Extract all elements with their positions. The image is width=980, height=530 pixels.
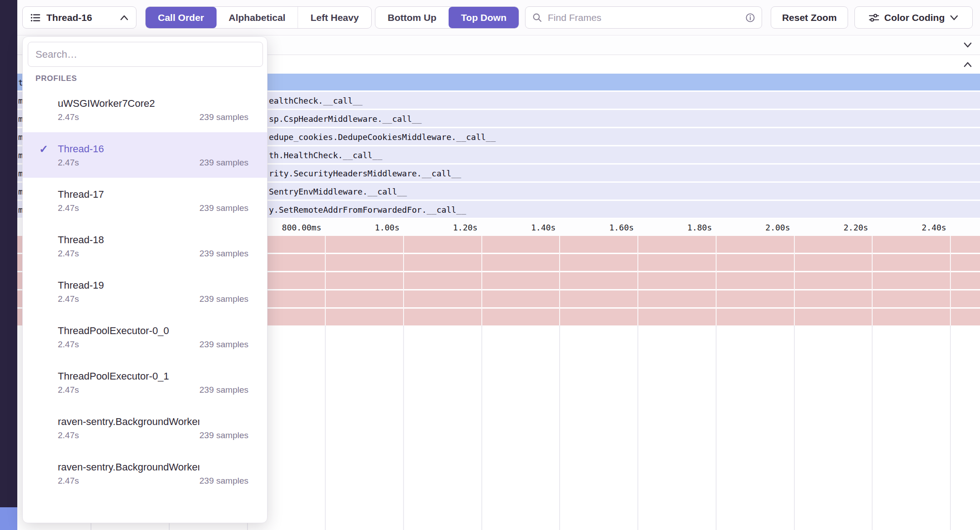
info-icon[interactable] [745,13,755,23]
reset-zoom-button[interactable]: Reset Zoom [771,6,848,29]
profile-samples: 239 samples [199,340,248,350]
axis-tick-label: 1.20s [453,223,478,232]
gridline [559,325,560,530]
sidebar-bottom-frame [0,507,17,530]
profile-duration: 2.47s [58,476,199,486]
gridline [559,236,560,325]
gridline [403,236,404,325]
profile-duration: 2.47s [58,340,199,350]
list-icon [30,12,41,23]
search-icon [532,13,542,23]
profile-item[interactable]: Thread-192.47s239 samples [23,269,267,314]
frame-label: SentryEnvMiddleware.__call__ [269,186,407,196]
profile-name: ThreadPoolExecutor-0_0 [58,325,199,337]
sliders-icon [869,12,879,23]
find-frames-input[interactable] [547,12,741,24]
profile-duration: 2.47s [58,158,199,168]
profiler-app: tmealthCheck.__call__msp.CspHeaderMiddle… [0,0,980,530]
gridline [872,325,873,530]
check-icon [39,97,58,110]
collapse-flamechart-button[interactable] [963,61,973,68]
frame-label: th.HealthCheck.__call__ [269,150,382,160]
gridline [325,236,326,325]
gridline [637,236,638,325]
gridline [481,236,482,325]
chevron-down-icon [950,15,959,21]
profile-samples: 239 samples [199,385,248,395]
profile-item[interactable]: Thread-182.47s239 samples [23,223,267,269]
profile-samples: 239 samples [199,294,248,304]
gridline [637,325,638,530]
profile-duration: 2.47s [58,112,199,122]
gridline [325,325,326,530]
find-frames-search [525,6,762,29]
gridline [872,236,873,325]
app-sidebar [0,0,17,530]
profile-item[interactable]: Thread-172.47s239 samples [23,178,267,223]
profile-samples: 239 samples [199,158,248,168]
profile-samples: 239 samples [199,249,248,259]
profile-list: uWSGIWorker7Core22.47s239 samples✓Thread… [23,87,267,496]
profile-name: uWSGIWorker7Core2 [58,97,199,110]
check-icon [39,370,58,383]
thread-search-input[interactable] [28,42,263,67]
profile-item[interactable]: ThreadPoolExecutor-0_02.47s239 samples [23,314,267,360]
check-icon [39,279,58,292]
profile-item[interactable]: raven-sentry.BackgroundWorker2.47s239 sa… [23,450,267,496]
axis-tick-label: 1.40s [531,223,556,232]
frame-label: sp.CspHeaderMiddleware.__call__ [269,114,422,123]
profile-duration: 2.47s [58,385,199,395]
axis-tick-label: 2.20s [844,223,868,232]
check-icon [39,415,58,428]
profile-item[interactable]: raven-sentry.BackgroundWorker2.47s239 sa… [23,405,267,450]
profile-duration: 2.47s [58,294,199,304]
thread-dropdown-panel: PROFILES uWSGIWorker7Core22.47s239 sampl… [22,36,268,523]
profile-duration: 2.47s [58,249,199,259]
chevron-down-icon [963,41,973,49]
toolbar: Thread-16 Call OrderAlphabeticalLeft Hea… [17,0,980,35]
frame-label: edupe_cookies.DedupeCookiesMiddleware.__… [269,132,496,141]
gridline [794,325,795,530]
gridline [481,325,482,530]
check-icon [39,188,58,201]
profile-name: raven-sentry.BackgroundWorker [58,461,199,474]
sort-left-heavy-button[interactable]: Left Heavy [298,7,371,28]
gridline [716,325,717,530]
view-direction-group: Bottom UpTop Down [375,6,519,29]
axis-tick-label: 1.80s [687,223,712,232]
color-coding-label: Color Coding [884,12,945,23]
profile-name: raven-sentry.BackgroundWorker [58,415,199,428]
check-icon [39,234,58,246]
profile-name: Thread-19 [58,279,199,292]
gridline [716,236,717,325]
profile-name: ThreadPoolExecutor-0_1 [58,370,199,383]
view-bottom-up-button[interactable]: Bottom Up [375,7,449,28]
axis-tick-label: 2.40s [922,223,946,232]
gridline [403,325,404,530]
profile-item[interactable]: uWSGIWorker7Core22.47s239 samples [23,87,267,132]
thread-selector-button[interactable]: Thread-16 [22,6,136,29]
profile-duration: 2.47s [58,430,199,440]
sort-alphabetical-button[interactable]: Alphabetical [217,7,298,28]
collapse-minimap-button[interactable] [963,41,973,49]
profile-samples: 239 samples [199,112,248,122]
thread-selector-label: Thread-16 [46,12,92,23]
frame-label: y.SetRemoteAddrFromForwardedFor.__call__ [269,205,466,214]
profile-name: Thread-17 [58,188,199,201]
profiles-section-label: PROFILES [35,74,267,83]
check-icon [39,461,58,474]
profile-item[interactable]: ✓Thread-162.47s239 samples [23,132,267,178]
profile-samples: 239 samples [199,476,248,486]
color-coding-button[interactable]: Color Coding [854,6,973,29]
check-icon [39,325,58,337]
profile-item[interactable]: ThreadPoolExecutor-0_12.47s239 samples [23,360,267,405]
sort-call-order-button[interactable]: Call Order [146,7,217,28]
gridline [950,325,951,530]
axis-tick-label: 2.00s [765,223,790,232]
gridline [950,236,951,325]
axis-tick-label: 1.00s [375,223,399,232]
axis-tick-label: 800.00ms [282,223,322,232]
view-top-down-button[interactable]: Top Down [449,7,519,28]
profile-name: Thread-16 [58,143,199,155]
axis-tick-label: 1.60s [609,223,634,232]
